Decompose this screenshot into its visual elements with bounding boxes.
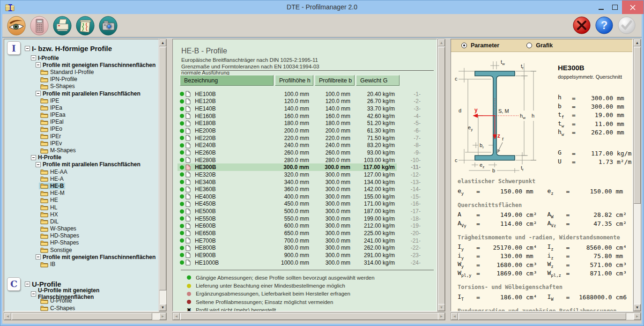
close-button[interactable] <box>622 0 644 14</box>
table-row[interactable]: HE320B 320.0 mm 300.0 mm 127.00 kg/m -12… <box>173 171 437 178</box>
collapse-icon[interactable] <box>36 91 41 96</box>
table-hscrollbar-thumb[interactable] <box>180 313 438 320</box>
scroll-up-icon[interactable]: ▲ <box>634 39 641 46</box>
table-row[interactable]: HE180B 180.0 mm 180.0 mm 51.20 kg/m -5- <box>173 120 437 127</box>
table-row[interactable]: HE500B 500.0 mm 300.0 mm 187.00 kg/m -17… <box>173 207 437 215</box>
tree-item[interactable]: U-Profile <box>4 297 158 304</box>
tree-item[interactable]: S-Shapes <box>4 83 158 90</box>
table-row[interactable]: HE280B 280.0 mm 280.0 mm 103.00 kg/m -10… <box>173 156 437 164</box>
table-row[interactable]: HE260B 260.0 mm 260.0 mm 93.00 kg/m -9- <box>173 149 437 156</box>
tree-item[interactable]: IPE <box>4 97 158 104</box>
tree-item[interactable]: IPEv <box>4 140 158 147</box>
collapse-icon[interactable] <box>25 46 30 51</box>
header-bezeichnung[interactable]: Bezeichnung <box>180 75 274 86</box>
tree-item[interactable]: IPEa <box>4 104 158 111</box>
calculator-button[interactable] <box>30 16 49 36</box>
detail-scrollbar-thumb[interactable] <box>634 47 641 204</box>
scroll-left-icon[interactable]: ◄ <box>4 313 11 320</box>
tree-item[interactable]: Profile mit parallelen Flanschflächen <box>4 161 158 168</box>
collapse-icon[interactable] <box>31 291 36 296</box>
table-row[interactable]: HE340B 340.0 mm 300.0 mm 134.00 kg/m -13… <box>173 178 437 186</box>
tree-item[interactable]: H-Profile <box>4 154 158 161</box>
scroll-right-icon[interactable]: ► <box>159 313 166 320</box>
tree-item[interactable]: W-Shapes <box>4 225 158 232</box>
tree-item[interactable]: IPEr <box>4 133 158 140</box>
tree-item[interactable]: U-Profile mit geneigten Flanschinnenfläc… <box>4 290 158 297</box>
scroll-up-icon[interactable]: ▲ <box>159 39 166 46</box>
tree-item[interactable]: Standard I-Profile <box>4 68 158 75</box>
table-row[interactable]: HE300B 300.0 mm 300.0 mm 117.00 kg/m -11… <box>173 163 437 171</box>
table-row[interactable]: HE160B 160.0 mm 160.0 mm 42.60 kg/m -4- <box>173 112 437 120</box>
radio-parameter[interactable]: Parameter <box>461 42 499 49</box>
header-profilbreite[interactable]: Profilbreite b <box>315 75 355 86</box>
print-button[interactable] <box>53 16 72 36</box>
table-row[interactable]: HE550B 550.0 mm 300.0 mm 199.00 kg/m -18… <box>173 215 437 222</box>
tree-hscrollbar-thumb[interactable] <box>12 313 152 320</box>
detail-vertical-scrollbar[interactable]: ▲ ▼ <box>633 39 641 311</box>
table-row[interactable]: HE1000B 1000.0 mm 300.0 mm 314.00 kg/m -… <box>173 259 437 267</box>
apply-button[interactable] <box>617 15 636 35</box>
table-horizontal-scrollbar[interactable]: ◄ ► <box>172 312 445 320</box>
collapse-icon[interactable] <box>36 162 41 167</box>
table-row[interactable]: HE650B 650.0 mm 300.0 mm 225.00 kg/m -20… <box>173 230 437 237</box>
tree-vertical-scrollbar[interactable]: ▲ ▼ <box>159 39 167 311</box>
header-profilhoehe[interactable]: Profilhöhe h <box>275 75 313 86</box>
plot-button[interactable] <box>76 16 95 36</box>
scroll-left-icon[interactable]: ◄ <box>173 313 180 320</box>
scroll-right-icon[interactable]: ► <box>438 313 445 320</box>
detail-horizontal-scrollbar[interactable]: ◄ ► <box>451 312 641 320</box>
table-row[interactable]: HE600B 600.0 mm 300.0 mm 212.00 kg/m -19… <box>173 222 437 230</box>
help-button[interactable]: ? <box>595 15 614 35</box>
scroll-down-icon[interactable]: ▼ <box>438 304 445 311</box>
collapse-icon[interactable] <box>25 282 30 287</box>
tree-item[interactable]: HE-A <box>4 175 158 182</box>
table-row[interactable]: HE700B 700.0 mm 300.0 mm 241.00 kg/m -21… <box>173 237 437 244</box>
radio-grafik[interactable]: Grafik <box>526 42 553 49</box>
collapse-icon[interactable] <box>31 55 36 60</box>
tree-item[interactable]: I-Profile <box>4 54 158 61</box>
tree-item[interactable]: HE-B <box>4 182 158 189</box>
table-row[interactable]: HE400B 400.0 mm 300.0 mm 155.00 kg/m -15… <box>173 193 437 200</box>
tree-item[interactable]: I I- bzw. H-förmige Profile <box>4 42 158 54</box>
tree-item[interactable]: IB <box>4 260 158 267</box>
view-button[interactable] <box>7 16 26 36</box>
tree-item[interactable]: IPEo <box>4 126 158 133</box>
table-row[interactable]: HE450B 450.0 mm 300.0 mm 171.00 kg/m -16… <box>173 200 437 208</box>
snapshot-button[interactable] <box>99 16 118 36</box>
tree-item[interactable]: Sonstige <box>4 246 158 253</box>
tree-item[interactable]: HE-AA <box>4 168 158 175</box>
detail-hscrollbar-thumb[interactable] <box>459 313 626 320</box>
table-row[interactable]: HE200B 200.0 mm 200.0 mm 61.30 kg/m -6- <box>173 127 437 134</box>
table-row[interactable]: HE800B 800.0 mm 300.0 mm 262.00 kg/m -22… <box>173 244 437 252</box>
scroll-left-icon[interactable]: ◄ <box>451 313 458 320</box>
cancel-button[interactable] <box>572 15 591 35</box>
table-row[interactable]: HE360B 360.0 mm 300.0 mm 142.00 kg/m -14… <box>173 185 437 193</box>
tree-item[interactable]: HP-Shapes <box>4 239 158 246</box>
tree-item[interactable]: IPN-Profile <box>4 76 158 83</box>
tree-item[interactable]: DiL <box>4 218 158 225</box>
tree-item[interactable]: Profile mit parallelen Flanschflächen <box>4 90 158 97</box>
tree-item[interactable]: HD-Shapes <box>4 232 158 239</box>
tree-item[interactable]: HX <box>4 211 158 218</box>
scroll-down-icon[interactable]: ▼ <box>634 304 641 311</box>
tree-item[interactable]: IPEaa <box>4 111 158 119</box>
tree-horizontal-scrollbar[interactable]: ◄ ► <box>4 312 167 320</box>
collapse-icon[interactable] <box>31 155 36 160</box>
tree-item[interactable]: HL <box>4 204 158 211</box>
table-row[interactable]: HE900B 900.0 mm 300.0 mm 291.00 kg/m -23… <box>173 252 437 259</box>
tree-item[interactable]: C-Shapes <box>4 304 158 311</box>
table-row[interactable]: HE100B 100.0 mm 100.0 mm 20.40 kg/m -1- <box>173 90 437 98</box>
collapse-icon[interactable] <box>36 254 41 259</box>
maximize-button[interactable] <box>608 0 622 14</box>
tree-scrollbar-thumb[interactable] <box>159 47 166 290</box>
scroll-down-icon[interactable]: ▼ <box>159 304 166 311</box>
table-vertical-scrollbar[interactable]: ▲ ▼ <box>437 39 445 311</box>
tree-item[interactable]: Profile mit geneigten Flanschinnenfläche… <box>4 253 158 260</box>
collapse-icon[interactable] <box>36 62 41 67</box>
table-row[interactable]: HE140B 140.0 mm 140.0 mm 33.70 kg/m -3- <box>173 105 437 112</box>
table-row[interactable]: HE220B 220.0 mm 220.0 mm 71.50 kg/m -7- <box>173 134 437 142</box>
tree-item[interactable]: HE <box>4 197 158 204</box>
scroll-right-icon[interactable]: ► <box>634 313 641 320</box>
table-row[interactable]: HE120B 120.0 mm 120.0 mm 26.70 kg/m -2- <box>173 98 437 105</box>
tree-item[interactable]: IPEal <box>4 119 158 126</box>
